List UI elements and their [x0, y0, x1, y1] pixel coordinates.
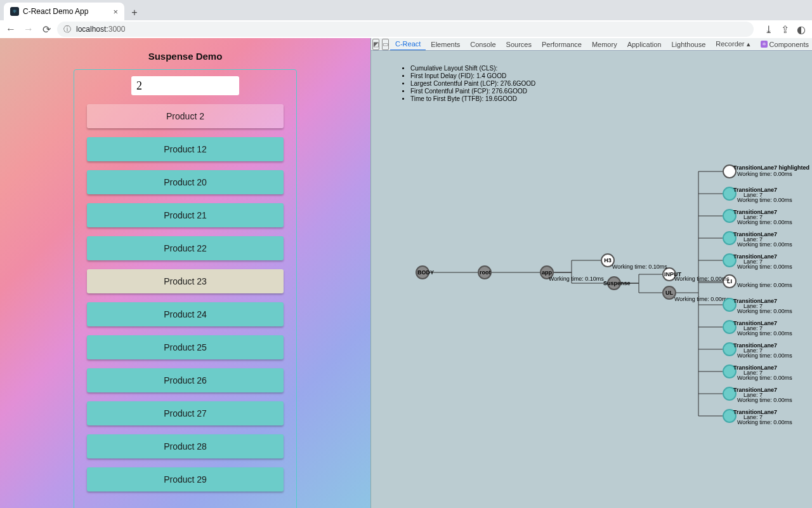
product-item[interactable]: Product 20	[87, 170, 284, 194]
graph-leaf-title: TransitionLane7 highlighted	[733, 164, 809, 171]
tab-strip: ⚛ C-React Demo App × +	[0, 0, 812, 20]
graph-worktime-label: Working time: 0.10ms	[612, 264, 667, 270]
devtools-toolbar: ◩ ▭ C-ReactElementsConsoleSourcesPerform…	[371, 38, 812, 51]
devtools-tab-application[interactable]: Application	[622, 38, 667, 51]
devtools-ext-tab-label: Components	[769, 41, 809, 48]
product-item[interactable]: Product 27	[87, 401, 284, 425]
tab-title: C-React Demo App	[23, 7, 88, 16]
graph-leaf-worktime: Working time: 0.00ms	[737, 171, 792, 177]
url-port: 3000	[108, 25, 126, 34]
devtools-ext-tab-components[interactable]: ⚛Components	[756, 38, 812, 51]
product-item[interactable]: Product 12	[87, 137, 284, 161]
app-pane: Suspense Demo Product 2Product 12Product…	[0, 38, 370, 508]
product-item[interactable]: Product 22	[87, 236, 284, 260]
graph-leaf-worktime: Working time: 0.00ms	[737, 197, 792, 203]
site-info-icon[interactable]: ⓘ	[63, 24, 71, 35]
product-item[interactable]: Product 24	[87, 302, 284, 326]
product-item[interactable]: Product 23	[87, 269, 284, 293]
product-list: Product 2Product 12Product 20Product 21P…	[81, 104, 290, 491]
devtools-tab-performance[interactable]: Performance	[537, 38, 587, 51]
favicon-icon: ⚛	[10, 7, 19, 16]
graph-node-label: root	[480, 269, 491, 276]
graph-leaf-worktime: Working time: 0.00ms	[737, 219, 792, 225]
devtools-tab-lighthouse[interactable]: Lighthouse	[666, 38, 710, 51]
product-item[interactable]: Product 21	[87, 203, 284, 227]
graph-leaf-worktime: Working time: 0.00ms	[737, 375, 792, 381]
share-icon[interactable]: ⇪	[778, 22, 792, 36]
product-item[interactable]: Product 25	[87, 335, 284, 359]
inspect-icon[interactable]: ◩	[372, 39, 379, 50]
product-item[interactable]: Product 28	[87, 434, 284, 458]
fiber-graph[interactable]: BODYrootappH3SuspenseINPUTULLIWorking ti…	[371, 51, 812, 508]
back-icon[interactable]: ←	[4, 22, 18, 36]
chrome-right-icons: ⤓ ⇪ ◐	[761, 22, 808, 36]
graph-leaf-worktime: Working time: 0.00ms	[737, 330, 792, 337]
graph-worktime-label: Working time: 0.00ms	[674, 276, 730, 282]
device-icon[interactable]: ▭	[382, 39, 389, 50]
reload-icon[interactable]: ⟳	[39, 22, 53, 36]
graph-leaf-worktime: Working time: 0.00ms	[737, 264, 792, 270]
devtools-tab-sources[interactable]: Sources	[501, 38, 537, 51]
devtools-tab-memory[interactable]: Memory	[587, 38, 622, 51]
graph-leaf-worktime: Working time: 0.00ms	[737, 419, 792, 425]
react-badge-icon: ⚛	[761, 41, 768, 48]
graph-node-label: app	[542, 269, 552, 276]
graph-leaf-worktime: Working time: 0.00ms	[737, 241, 792, 248]
omnibox[interactable]: ⓘ localhost:3000	[57, 22, 754, 37]
browser-chrome: ⚛ C-React Demo App × + ← → ⟳ ⓘ localhost…	[0, 0, 812, 38]
devtools-tab-c-react[interactable]: C-React	[390, 38, 426, 51]
graph-leaf-worktime: Working time: 0.00ms	[737, 282, 792, 288]
devtools-tab-console[interactable]: Console	[465, 38, 501, 51]
install-icon[interactable]: ⤓	[761, 22, 775, 36]
graph-worktime-label: Working time: 0.10ms	[549, 276, 604, 282]
product-card: Product 2Product 12Product 20Product 21P…	[74, 69, 297, 508]
graph-leaf-worktime: Working time: 0.00ms	[737, 308, 792, 314]
address-bar: ← → ⟳ ⓘ localhost:3000 ⤓ ⇪ ◐	[0, 20, 812, 38]
page-title: Suspense Demo	[148, 51, 223, 62]
devtools-tab-elements[interactable]: Elements	[426, 38, 465, 51]
graph-leaf-worktime: Working time: 0.00ms	[737, 397, 792, 403]
forward-icon[interactable]: →	[22, 22, 36, 36]
graph-node-label: BODY	[417, 269, 434, 276]
graph-node-label: Suspense	[603, 280, 631, 286]
product-item[interactable]: Product 2	[87, 104, 284, 128]
product-item[interactable]: Product 26	[87, 368, 284, 392]
devtools-tab-recorder-[interactable]: Recorder ▴	[710, 38, 755, 51]
product-item[interactable]: Product 29	[87, 467, 284, 491]
browser-tab[interactable]: ⚛ C-React Demo App ×	[4, 3, 124, 20]
content-split: Suspense Demo Product 2Product 12Product…	[0, 38, 812, 508]
search-input[interactable]	[131, 76, 239, 95]
graph-leaf-worktime: Working time: 0.00ms	[737, 352, 792, 359]
new-tab-button[interactable]: +	[127, 5, 142, 20]
url-host: localhost:	[76, 25, 108, 34]
profile-icon[interactable]: ◐	[794, 22, 808, 36]
graph-worktime-label: Working time: 0.00ms	[674, 296, 730, 302]
close-tab-icon[interactable]: ×	[113, 7, 118, 17]
devtools-pane: ◩ ▭ C-ReactElementsConsoleSourcesPerform…	[370, 38, 812, 508]
devtools-body: Cumulative Layout Shift (CLS):First Inpu…	[371, 51, 812, 508]
